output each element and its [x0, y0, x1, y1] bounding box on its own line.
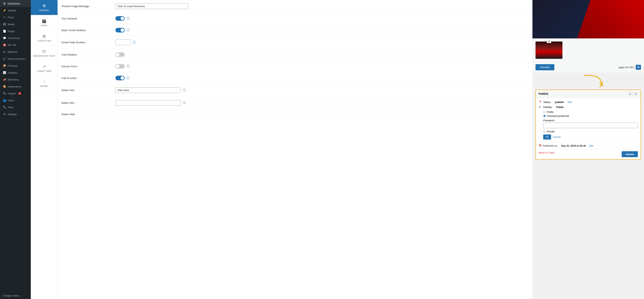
setting-call-to-action: Call To Action : ⓘ [62, 72, 528, 84]
cancel-link[interactable]: Cancel [553, 134, 560, 139]
publish-ok-cancel: OK Cancel [543, 134, 638, 139]
sidebar-item-plugins[interactable]: 🔌 Plugins 5 [0, 90, 31, 97]
sidebar-item-label: Posts [8, 16, 14, 19]
password-field: Password: [543, 119, 638, 128]
update-button[interactable]: Update [622, 151, 638, 157]
sidebar-item-posts[interactable]: ✏ Posts [0, 14, 31, 21]
radio-private[interactable]: Private [543, 130, 638, 133]
preview-canvas [532, 0, 644, 38]
publish-header: Publish ∧ ∨ [536, 90, 640, 98]
sidebar-item-label: Users [8, 99, 14, 102]
sub-sidebar-item-background-tour[interactable]: ⊡ BACKGROUND TOUR [31, 45, 58, 61]
status-edit-link[interactable]: Edit [568, 101, 572, 104]
control-basic-control-buttons: ⓘ [116, 28, 528, 32]
sub-sidebar-item-export[interactable]: ↑ EXPORT [31, 76, 58, 91]
sidebar-item-appearance[interactable]: 🎨 Appearance [0, 83, 31, 90]
radio-public[interactable]: Public [543, 110, 638, 113]
sub-sidebar-item-video[interactable]: 🎬 VIDEO [31, 15, 58, 30]
orange-arrow-svg [580, 73, 604, 89]
sidebar-item-products[interactable]: 📦 Products [0, 62, 31, 69]
sidebar-item-jetpack[interactable]: ⚡ Jetpack [0, 7, 31, 14]
info-scene-fade-duration[interactable]: ⓘ [133, 40, 136, 44]
radio-private-input[interactable] [543, 130, 546, 133]
sidebar-item-label: Pages [8, 30, 15, 33]
general-icon: ⚙ [42, 3, 46, 8]
sidebar-item-settings[interactable]: ⚙ Settings [0, 111, 31, 118]
password-input[interactable] [543, 123, 638, 128]
radio-password-label: Password protected [547, 114, 569, 117]
shortcode-area: [wpvr id="25"] ⧉ [619, 65, 641, 70]
visibility-icon: 👁 [538, 105, 541, 109]
preview-actions: Preview [wpvr id="25"] ⧉ [532, 62, 644, 73]
control-button-text: ⓘ [116, 87, 528, 93]
info-basic-control-buttons[interactable]: ⓘ [126, 28, 130, 32]
sidebar-item-media[interactable]: 🖼 Media [0, 21, 31, 28]
info-call-to-action[interactable]: ⓘ [126, 76, 130, 80]
toggle-slider [116, 52, 125, 57]
shortcode-text: [wpvr id="25"] [619, 66, 634, 69]
plugins-badge: 5 [18, 92, 21, 95]
sidebar-item-comments[interactable]: 💬 Comments [0, 34, 31, 41]
thumbnail-panel: 1 [532, 38, 644, 62]
main-content: Preview Image Message: Tour Autoload: ⓘ … [58, 0, 532, 299]
collapse-label: Collapse menu [3, 294, 20, 297]
label-button-url: Button URL: [62, 101, 116, 104]
info-button-url[interactable]: ⓘ [183, 101, 186, 105]
thumbnail-image [536, 41, 562, 59]
products-icon: 📦 [3, 64, 6, 67]
sidebar-item-woocommerce[interactable]: 🛒 WooCommerce [0, 55, 31, 62]
move-to-trash-link[interactable]: Move to Trash [538, 151, 554, 157]
sidebar-item-tools[interactable]: 🔧 Tools [0, 104, 31, 111]
status-label: Status: [544, 101, 551, 104]
sub-sidebar-item-general[interactable]: ⚙ GENERAL [31, 0, 58, 15]
toggle-call-to-action[interactable] [116, 76, 125, 80]
publish-status-row: 📍 Status: publish Edit [538, 100, 638, 104]
sidebar-item-mailpoet[interactable]: ✉ MailPoet [0, 48, 31, 55]
sub-sidebar-label: VIDEO [41, 24, 47, 27]
sidebar-item-wpvr[interactable]: 🎯 WP VR [0, 41, 31, 48]
copy-shortcode-button[interactable]: ⧉ [636, 65, 641, 70]
publish-title: Publish [538, 92, 548, 95]
toggle-basic-control-buttons[interactable] [116, 28, 125, 32]
setting-auto-rotation: Auto Rotation: [62, 49, 528, 60]
sub-sidebar-item-street-view[interactable]: ↗ STREET VIEW [31, 61, 58, 76]
input-button-url[interactable] [116, 100, 181, 106]
background-tour-icon: ⊡ [42, 49, 46, 54]
sub-sidebar: ⚙ GENERAL 🎬 VIDEO ⊞ FLOOR PLAN ⊡ BACKGRO… [31, 0, 58, 299]
sidebar-item-dashboard[interactable]: ⊞ Dashboard [0, 0, 31, 7]
publish-collapse-up[interactable]: ∧ [628, 92, 633, 96]
settings-icon: ⚙ [3, 113, 6, 116]
input-scene-fade-duration[interactable] [116, 39, 131, 45]
info-tour-autoload[interactable]: ⓘ [126, 16, 130, 20]
sidebar-item-marketing[interactable]: 📣 Marketing [0, 76, 31, 83]
radio-password-protected[interactable]: Password protected [543, 114, 638, 117]
input-button-text[interactable] [116, 87, 181, 93]
info-generic-form[interactable]: ⓘ [126, 64, 130, 68]
setting-generic-form: Generic Form: ⓘ [62, 60, 528, 72]
sub-sidebar-label: BACKGROUND TOUR [33, 55, 55, 57]
label-generic-form: Generic Form: [62, 65, 116, 68]
sidebar-item-analytics[interactable]: 📊 Analytics [0, 69, 31, 76]
collapse-menu[interactable]: Collapse menu [0, 292, 31, 299]
sidebar-item-label: Dashboard [8, 2, 20, 5]
preview-button[interactable]: Preview [536, 64, 554, 70]
input-preview-image-message[interactable] [116, 3, 188, 9]
publish-collapse-down[interactable]: ∨ [634, 92, 638, 96]
toggle-auto-rotation[interactable] [116, 52, 125, 57]
sidebar-item-label: Media [8, 23, 14, 26]
radio-public-input[interactable] [543, 111, 546, 113]
sidebar-item-users[interactable]: 👥 Users [0, 97, 31, 104]
setting-tour-autoload: Tour Autoload: ⓘ [62, 13, 528, 24]
published-on-edit[interactable]: Edit [589, 144, 593, 147]
dashboard-icon: ⊞ [3, 2, 6, 5]
floor-plan-icon: ⊞ [42, 34, 46, 38]
toggle-generic-form[interactable] [116, 64, 125, 69]
info-button-text[interactable]: ⓘ [183, 88, 186, 92]
radio-private-label: Private [547, 130, 554, 133]
ok-button[interactable]: OK [543, 134, 551, 139]
sidebar-item-label: Settings [8, 113, 17, 116]
toggle-tour-autoload[interactable] [116, 16, 125, 21]
sub-sidebar-item-floor-plan[interactable]: ⊞ FLOOR PLAN [31, 30, 58, 45]
sidebar-item-pages[interactable]: 📄 Pages [0, 28, 31, 34]
radio-password-input[interactable] [543, 115, 546, 117]
